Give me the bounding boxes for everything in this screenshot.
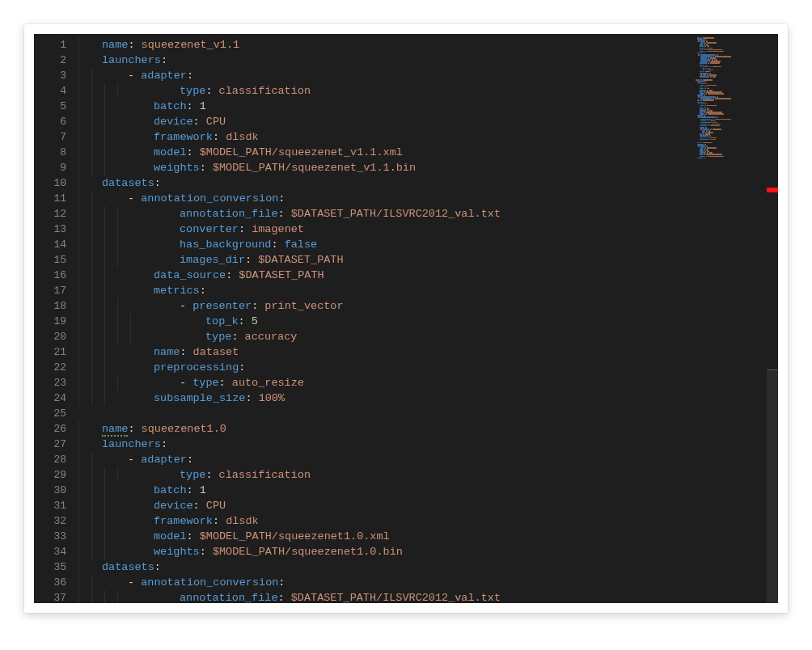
code-line[interactable]: has_background: false — [76, 237, 778, 252]
code-line[interactable]: name: squeezenet1.0 — [76, 421, 778, 437]
code-line[interactable]: weights: $MODEL_PATH/squeezenet1.0.bin — [76, 544, 778, 559]
code-line[interactable]: - annotation_conversion: — [76, 575, 778, 590]
line-number: 23 — [34, 375, 73, 390]
token: classification — [219, 469, 311, 481]
token: $MODEL_PATH/squeezenet_v1.1.bin — [213, 162, 416, 174]
code-line[interactable] — [76, 406, 778, 421]
code-line[interactable]: type: accuracy — [76, 329, 778, 344]
code-line[interactable]: - adapter: — [76, 452, 778, 467]
token: annotation_file — [180, 208, 278, 220]
vertical-scrollbar[interactable] — [767, 34, 778, 603]
code-line[interactable]: framework: dlsdk — [76, 513, 778, 529]
token: framework — [154, 131, 213, 143]
code-line[interactable]: - type: auto_resize — [76, 375, 778, 390]
token: : — [278, 192, 285, 205]
code-line[interactable]: top_k: 5 — [76, 314, 778, 329]
token: data_source — [154, 269, 226, 281]
window-frame: 1234567891011121314151617181920212223242… — [24, 24, 788, 613]
line-number: 37 — [34, 590, 73, 603]
code-line[interactable]: datasets: — [76, 175, 778, 191]
code-line[interactable]: device: CPU — [76, 114, 778, 129]
line-number: 33 — [34, 529, 73, 544]
minimap[interactable] — [696, 37, 767, 158]
code-line[interactable]: model: $MODEL_PATH/squeezenet_v1.1.xml — [76, 145, 778, 160]
token: launchers — [102, 438, 161, 450]
token: : — [239, 223, 252, 235]
code-line[interactable]: datasets: — [76, 559, 778, 575]
code-line[interactable]: weights: $MODEL_PATH/squeezenet_v1.1.bin — [76, 160, 778, 175]
token: launchers — [102, 54, 161, 66]
line-number: 29 — [34, 467, 73, 483]
code-line[interactable]: name: dataset — [76, 344, 778, 360]
token: : — [187, 454, 193, 466]
line-number: 31 — [34, 498, 73, 513]
line-number: 3 — [34, 68, 73, 83]
token: : — [200, 546, 213, 558]
token: top_k — [205, 315, 239, 327]
token: false — [285, 238, 318, 251]
token: dlsdk — [226, 515, 259, 527]
token: weights — [154, 546, 200, 558]
token: $DATASET_PATH/ILSVRC2012_val.txt — [291, 208, 501, 220]
token: annotation_conversion — [141, 192, 278, 205]
token: type — [180, 469, 205, 481]
code-area[interactable]: name: squeezenet_v1.1launchers:- adapter… — [76, 37, 778, 603]
token: : — [245, 254, 258, 266]
code-line[interactable]: batch: 1 — [76, 483, 778, 498]
line-number: 9 — [34, 160, 73, 175]
code-line[interactable]: converter: imagenet — [76, 222, 778, 237]
code-line[interactable]: subsample_size: 100% — [76, 390, 778, 406]
token: weights — [154, 162, 200, 174]
code-line[interactable]: framework: dlsdk — [76, 129, 778, 145]
token: accuracy — [245, 331, 298, 343]
code-line[interactable]: - annotation_conversion: — [76, 191, 778, 206]
token: $MODEL_PATH/squeezenet_v1.1.xml — [200, 146, 403, 158]
code-line[interactable]: device: CPU — [76, 498, 778, 513]
line-number: 35 — [34, 559, 73, 575]
code-line[interactable]: launchers: — [76, 437, 778, 452]
token: - — [180, 300, 192, 312]
code-line[interactable]: type: classification — [76, 83, 778, 99]
token: : — [239, 315, 252, 327]
code-line[interactable]: - adapter: — [76, 68, 778, 83]
token: name — [102, 423, 128, 437]
scrollbar-viewport-region[interactable] — [767, 369, 778, 603]
line-number: 6 — [34, 114, 73, 129]
line-number: 25 — [34, 406, 73, 421]
token: - — [128, 454, 141, 466]
code-line[interactable]: batch: 1 — [76, 99, 778, 114]
code-line[interactable]: name: squeezenet_v1.1 — [76, 37, 778, 53]
code-line[interactable]: metrics: — [76, 283, 778, 298]
token: : — [193, 116, 206, 128]
line-number: 36 — [34, 575, 73, 590]
token: : — [245, 392, 258, 404]
code-line[interactable]: images_dir: $DATASET_PATH — [76, 252, 778, 268]
token: : — [226, 269, 239, 281]
token: : — [187, 146, 200, 158]
token: - — [128, 192, 141, 205]
token: - — [128, 576, 141, 589]
code-line[interactable]: annotation_file: $DATASET_PATH/ILSVRC201… — [76, 206, 778, 222]
code-line[interactable]: - presenter: print_vector — [76, 298, 778, 314]
code-editor[interactable]: 1234567891011121314151617181920212223242… — [34, 34, 778, 603]
token: : — [213, 131, 226, 143]
token: annotation_file — [180, 592, 278, 603]
token: 5 — [252, 315, 258, 327]
token: classification — [219, 85, 311, 97]
code-line[interactable]: launchers: — [76, 53, 778, 68]
code-line[interactable]: data_source: $DATASET_PATH — [76, 268, 778, 283]
code-line[interactable]: preprocessing: — [76, 360, 778, 375]
token: : — [231, 331, 244, 343]
line-number: 18 — [34, 298, 73, 314]
code-line[interactable]: type: classification — [76, 467, 778, 483]
code-line[interactable]: model: $MODEL_PATH/squeezenet1.0.xml — [76, 529, 778, 544]
line-number: 21 — [34, 344, 73, 360]
line-number: 10 — [34, 175, 73, 191]
line-number: 20 — [34, 329, 73, 344]
code-line[interactable]: annotation_file: $DATASET_PATH/ILSVRC201… — [76, 590, 778, 603]
token: datasets — [102, 561, 154, 573]
line-number: 27 — [34, 437, 73, 452]
line-number: 17 — [34, 283, 73, 298]
scrollbar-viewport-border-top — [767, 369, 778, 370]
token: type — [205, 331, 231, 343]
